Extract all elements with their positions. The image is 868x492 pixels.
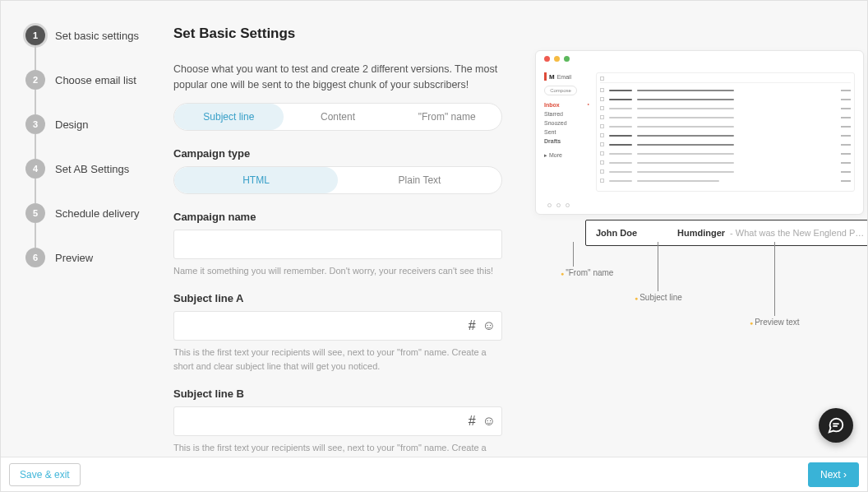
inbox-preview: M Email Compose Inbox Starred Snoozed Se… [535,50,864,215]
subject-a-input[interactable] [173,311,502,341]
callouts: "From" name Subject line Preview text [536,242,867,406]
compose-button: Compose [544,86,577,95]
callout-from: "From" name [561,268,613,277]
hash-icon[interactable]: # [469,414,476,429]
test-type-tabs: Subject line Content "From" name [173,103,502,131]
step-number: 5 [25,203,45,223]
window-min-dot [554,56,560,62]
subject-a-label: Subject line A [173,292,502,304]
page-intro: Choose what you want to test and create … [173,62,502,93]
page-title: Set Basic Settings [173,26,502,42]
campaign-type-tabs: HTML Plain Text [173,166,502,194]
browser-footer [536,195,863,214]
step-ab-settings[interactable]: 4 Set AB Settings [25,159,149,179]
step-number: 2 [25,70,45,90]
subject-b-hint: This is the first text your recipients w… [173,441,502,457]
tab-content[interactable]: Content [284,104,393,130]
folder-drafts: Drafts [544,137,589,146]
step-label: Schedule delivery [55,207,140,220]
wizard-steps: 1 Set basic settings 2 Choose email list… [25,26,149,448]
campaign-type-label: Campaign type [173,147,502,160]
gmail-logo: M Email [544,72,589,81]
step-preview[interactable]: 6 Preview [25,248,149,267]
next-button[interactable]: Next › [808,462,859,487]
preview-snippet: - What was the New Englend Patriots... [730,228,867,238]
gmail-sidebar: M Email Compose Inbox Starred Snoozed Se… [544,72,589,192]
step-number: 1 [25,26,45,45]
footer-bar: Save & exit Next › [1,457,867,491]
tab-from-name[interactable]: "From" name [392,104,501,130]
step-basic-settings[interactable]: 1 Set basic settings [25,26,149,45]
campaign-name-label: Campaign name [173,211,502,223]
window-close-dot [544,56,550,62]
emoji-icon[interactable]: ☺ [482,318,496,333]
tab-html[interactable]: HTML [174,167,338,193]
campaign-name-input[interactable] [173,230,502,259]
preview-from: John Doe [596,228,658,238]
step-choose-email-list[interactable]: 2 Choose email list [25,70,149,90]
step-number: 6 [25,248,45,267]
subject-a-hint: This is the first text your recipients w… [173,346,502,373]
step-label: Design [55,118,88,131]
step-label: Set AB Settings [55,163,129,175]
preview-subject: Humdinger [677,228,725,238]
folder-sent: Sent [544,128,589,137]
step-number: 4 [25,159,45,179]
step-label: Set basic settings [55,30,139,42]
tab-plain-text[interactable]: Plain Text [338,167,501,193]
folder-inbox: Inbox [544,100,589,109]
callout-preview: Preview text [750,318,800,327]
chevron-right-icon: › [843,469,847,480]
hash-icon[interactable]: # [469,318,476,333]
folder-starred: Starred [544,109,589,118]
chat-fab[interactable] [819,408,853,443]
emoji-icon[interactable]: ☺ [482,414,496,429]
tab-subject-line[interactable]: Subject line [174,104,284,130]
window-max-dot [564,56,570,62]
step-number: 3 [25,114,45,134]
gmail-message-list [596,72,855,192]
subject-b-input[interactable] [173,406,502,436]
step-schedule-delivery[interactable]: 5 Schedule delivery [25,203,149,223]
form-column: Set Basic Settings Choose what you want … [173,26,502,448]
browser-chrome [536,51,863,69]
step-design[interactable]: 3 Design [25,114,149,134]
preview-column: M Email Compose Inbox Starred Snoozed Se… [527,26,864,448]
callout-subject: Subject line [635,293,682,302]
save-exit-button[interactable]: Save & exit [9,463,81,486]
chat-icon [827,416,845,434]
step-label: Choose email list [55,74,136,86]
folder-more: ▸ More [544,151,589,160]
folder-snoozed: Snoozed [544,118,589,128]
campaign-name-hint: Name it something you will remember. Don… [173,264,502,278]
subject-b-label: Subject line B [173,388,502,400]
step-label: Preview [55,252,93,264]
main-content: 1 Set basic settings 2 Choose email list… [1,1,867,457]
